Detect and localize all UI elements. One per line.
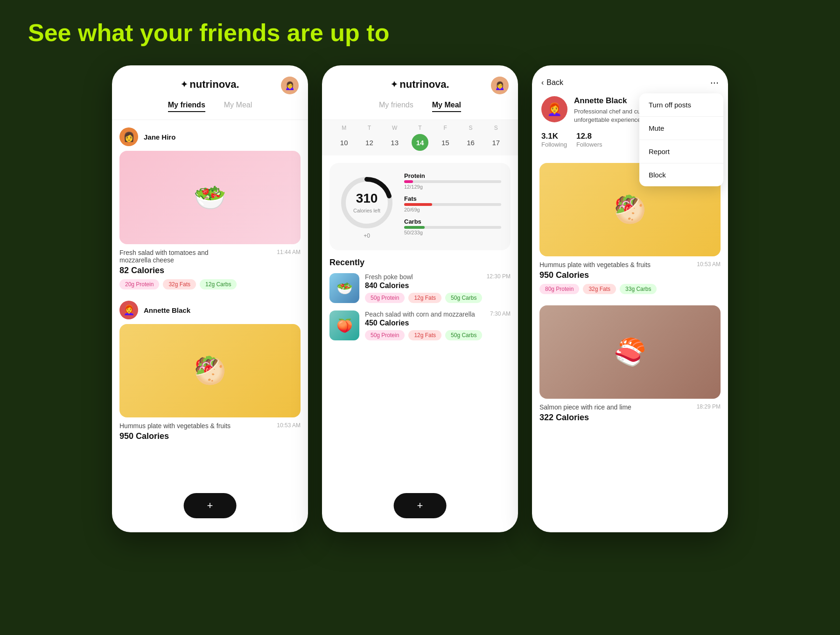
dropdown-mute[interactable]: Mute (639, 117, 723, 140)
calories-label: Calories left (353, 208, 380, 213)
calories-ring: 310 Calories left (339, 175, 395, 231)
protein-vals: 12/129g (404, 184, 501, 190)
food-time-4: 18:29 PM (697, 403, 721, 410)
fats-name: Fats (404, 195, 501, 202)
calories-center: 310 Calories left (353, 191, 380, 214)
carbs-bar-bg (404, 226, 501, 229)
nutrition-card: 310 Calories left +0 Protein 12/129g Fat… (329, 163, 511, 250)
calories-number: 310 (353, 191, 380, 206)
stat-followers-count: 12.8 (576, 132, 602, 141)
phone2-logo: ✦ nutrinova. (391, 78, 449, 91)
food-desc-row-2: Hummus plate with vegetables & fruits 10… (119, 422, 301, 430)
tab-my-meal-2[interactable]: My Meal (432, 101, 461, 112)
tab-my-friends-2[interactable]: My friends (379, 101, 413, 112)
header-avatar[interactable]: 🙍‍♀️ (281, 77, 299, 94)
stat-following-label: Following (541, 141, 567, 148)
cal-date-14[interactable]: 14 (412, 134, 428, 151)
phone3-feed: 🥙 Hummus plate with vegetables & fruits … (532, 155, 728, 441)
tag-peach-protein: 50g Protein (365, 330, 405, 340)
recently-section: Recently 🥗 Fresh poke bowl 12:30 PM 840 … (322, 258, 518, 340)
phone1-feed: 👩 Jane Hiro 🥗 Fresh salad with tomatoes … (112, 120, 308, 460)
nutrition-bars: Protein 12/129g Fats 20/69g Carbs (404, 172, 501, 241)
recent-info-peach: Peach salad with corn and mozzarella 7:3… (365, 310, 511, 340)
recent-name-row-peach: Peach salad with corn and mozzarella 7:3… (365, 310, 511, 318)
protein-bar-fill (404, 180, 413, 183)
dropdown-report[interactable]: Report (639, 140, 723, 163)
protein-name: Protein (404, 172, 501, 179)
cal-date-17[interactable]: 17 (488, 134, 504, 151)
calories-offset: +0 (339, 233, 395, 239)
phone1-logo: ✦ nutrinova. (181, 78, 239, 91)
tag-3-protein: 80g Protein (539, 284, 579, 294)
phone-1: ✦ nutrinova. 🙍‍♀️ My friends My Meal 👩 J… (112, 65, 308, 532)
food-desc-1: Fresh salad with tomatoes and mozzarella… (119, 249, 241, 264)
dropdown-turn-off-posts[interactable]: Turn off posts (639, 93, 723, 117)
phone-3: ‹ Back ··· Turn off posts Mute Report Bl… (532, 65, 728, 532)
carbs-vals: 50/233g (404, 230, 501, 235)
cal-day-s1: S (462, 125, 479, 131)
back-button[interactable]: ‹ Back (541, 78, 563, 87)
carbs-row: Carbs 50/233g (404, 218, 501, 235)
carbs-bar-fill (404, 226, 425, 229)
fats-vals: 20/69g (404, 207, 501, 212)
header-avatar-2[interactable]: 🙍‍♀️ (491, 77, 509, 94)
cal-day-w: W (386, 125, 403, 131)
cal-date-12[interactable]: 12 (361, 134, 378, 151)
logo-text-2: nutrinova. (399, 78, 449, 91)
cal-days-row: M T W T F S S (331, 125, 509, 131)
logo-text: nutrinova. (189, 78, 239, 91)
food-desc-row-1: Fresh salad with tomatoes and mozzarella… (119, 249, 301, 264)
more-button[interactable]: ··· (710, 77, 719, 89)
calendar-section: M T W T F S S 10 12 13 14 15 16 17 (322, 120, 518, 155)
phone-2: ✦ nutrinova. 🙍‍♀️ My friends My Meal M T… (322, 65, 518, 532)
recent-item-poke: 🥗 Fresh poke bowl 12:30 PM 840 Calories … (329, 273, 511, 303)
username-annette: Annette Black (144, 306, 190, 314)
recent-thumb-peach: 🍑 (329, 310, 359, 340)
tag-poke-protein: 50g Protein (365, 293, 405, 303)
feed-item-annette: 👩‍🦰 Annette Black 🥙 Hummus plate with ve… (119, 301, 301, 441)
fats-row: Fats 20/69g (404, 195, 501, 212)
dropdown-menu: Turn off posts Mute Report Block (639, 93, 723, 186)
dropdown-block[interactable]: Block (639, 163, 723, 186)
avatar-annette: 👩‍🦰 (119, 301, 138, 319)
phone2-header: ✦ nutrinova. 🙍‍♀️ (322, 65, 518, 95)
phone2-fab[interactable]: + (394, 493, 447, 518)
food-time-1: 11:44 AM (277, 249, 301, 255)
cal-day-f: F (437, 125, 454, 131)
stat-following: 3.1K Following (541, 132, 567, 148)
phone1-fab[interactable]: + (184, 493, 237, 518)
food-calories-3: 950 Calories (539, 270, 721, 280)
tab-my-friends-1[interactable]: My friends (168, 101, 205, 112)
cal-date-13[interactable]: 13 (386, 134, 403, 151)
cal-day-t2: T (412, 125, 428, 131)
cal-date-15[interactable]: 15 (437, 134, 454, 151)
cal-day-s2: S (488, 125, 504, 131)
phone1-header: ✦ nutrinova. 🙍‍♀️ (112, 65, 308, 95)
tags-row-1: 20g Protein 32g Fats 12g Carbs (119, 279, 301, 289)
recent-name-poke: Fresh poke bowl (365, 273, 413, 281)
food-calories-4: 322 Calories (539, 413, 721, 423)
page-title: See what your friends are up to (28, 19, 812, 47)
cal-dates-row: 10 12 13 14 15 16 17 (331, 134, 509, 151)
recent-calories-peach: 450 Calories (365, 319, 511, 327)
tag-poke-carbs: 50g Carbs (445, 293, 482, 303)
back-chevron-icon: ‹ (541, 78, 544, 87)
food-desc-row-3: Hummus plate with vegetables & fruits 10… (539, 261, 721, 268)
logo-star-icon-2: ✦ (391, 79, 398, 90)
stat-followers-label: Followers (576, 141, 602, 148)
tag-fats-1: 32g Fats (163, 279, 196, 289)
recent-calories-poke: 840 Calories (365, 282, 511, 290)
tag-poke-fats: 12g Fats (408, 293, 441, 303)
food-desc-4: Salmon piece with rice and lime (539, 403, 631, 411)
cal-date-16[interactable]: 16 (462, 134, 479, 151)
phones-row: ✦ nutrinova. 🙍‍♀️ My friends My Meal 👩 J… (28, 65, 812, 532)
tag-peach-carbs: 50g Carbs (445, 330, 482, 340)
cal-date-10[interactable]: 10 (336, 134, 352, 151)
cal-day-t1: T (361, 125, 378, 131)
recent-name-peach: Peach salad with corn and mozzarella (365, 310, 475, 318)
phone1-tab-bar: My friends My Meal (112, 95, 308, 120)
fats-bar-bg (404, 203, 501, 206)
tab-my-meal-1[interactable]: My Meal (224, 101, 252, 112)
phone3-feed-item-2: 🍣 Salmon piece with rice and lime 18:29 … (539, 305, 721, 423)
tag-peach-fats: 12g Fats (408, 330, 441, 340)
